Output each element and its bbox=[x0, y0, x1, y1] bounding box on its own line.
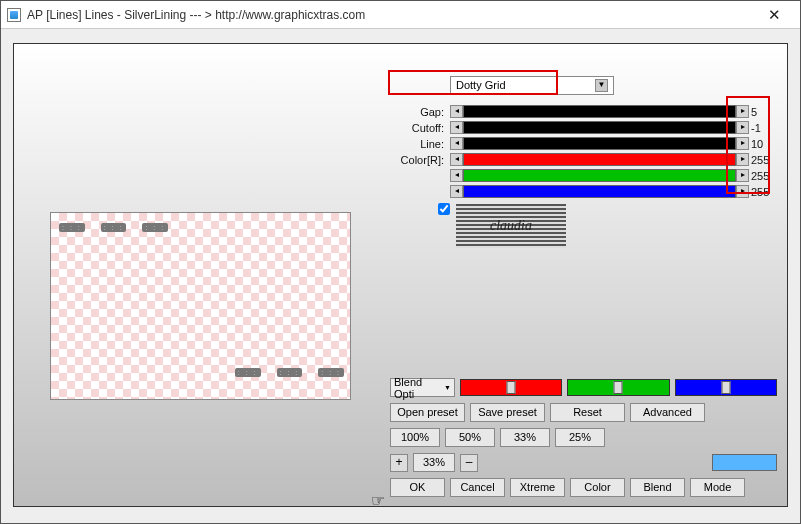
reset-button[interactable]: Reset bbox=[550, 403, 625, 422]
param-controls: Dotty Grid ▼ Gap: ◂ ▸ 5 Cutoff: ◂ ▸ -1 L… bbox=[390, 74, 777, 215]
color-b-inc[interactable]: ▸ bbox=[736, 185, 749, 198]
window-title: AP [Lines] Lines - SilverLining --- > ht… bbox=[27, 8, 754, 22]
color-r-label: Color[R]: bbox=[390, 154, 450, 166]
color-button[interactable]: Color bbox=[570, 478, 625, 497]
zoom-out-button[interactable]: – bbox=[460, 454, 478, 472]
color-r-inc[interactable]: ▸ bbox=[736, 153, 749, 166]
cutoff-dec[interactable]: ◂ bbox=[450, 121, 463, 134]
color-b-dec[interactable]: ◂ bbox=[450, 185, 463, 198]
color-g-inc[interactable]: ▸ bbox=[736, 169, 749, 182]
dialog-window: AP [Lines] Lines - SilverLining --- > ht… bbox=[0, 0, 801, 524]
line-bar[interactable] bbox=[463, 137, 736, 150]
blend-button[interactable]: Blend bbox=[630, 478, 685, 497]
main-panel: : : :: : :: : : : : :: : :: : : Dotty Gr… bbox=[13, 43, 788, 507]
claudia-logo: claudia bbox=[456, 204, 566, 248]
titlebar[interactable]: AP [Lines] Lines - SilverLining --- > ht… bbox=[1, 1, 800, 29]
line-inc[interactable]: ▸ bbox=[736, 137, 749, 150]
cutoff-inc[interactable]: ▸ bbox=[736, 121, 749, 134]
color-g-value: 255 bbox=[749, 170, 777, 182]
chevron-down-icon: ▼ bbox=[595, 79, 608, 92]
zoom-25-button[interactable]: 25% bbox=[555, 428, 605, 447]
line-dec[interactable]: ◂ bbox=[450, 137, 463, 150]
close-icon[interactable]: ✕ bbox=[754, 6, 794, 24]
gap-dec[interactable]: ◂ bbox=[450, 105, 463, 118]
color-swatch[interactable] bbox=[712, 454, 777, 471]
pointer-hand-icon: ☞ bbox=[371, 491, 385, 510]
cutoff-bar[interactable] bbox=[463, 121, 736, 134]
open-preset-button[interactable]: Open preset bbox=[390, 403, 465, 422]
color-g-bar[interactable] bbox=[463, 169, 736, 182]
cutoff-value: -1 bbox=[749, 122, 777, 134]
cutoff-label: Cutoff: bbox=[390, 122, 450, 134]
ok-button[interactable]: OK bbox=[390, 478, 445, 497]
gap-value: 5 bbox=[749, 106, 777, 118]
preview-area: : : :: : :: : : : : :: : :: : : bbox=[50, 212, 351, 400]
preset-select[interactable]: Dotty Grid ▼ bbox=[450, 76, 614, 95]
color-r-value: 255 bbox=[749, 154, 777, 166]
blend-option-select[interactable]: Blend Opti▼ bbox=[390, 378, 455, 397]
xtreme-button[interactable]: Xtreme bbox=[510, 478, 565, 497]
line-label: Line: bbox=[390, 138, 450, 150]
save-preset-button[interactable]: Save preset bbox=[470, 403, 545, 422]
advanced-button[interactable]: Advanced bbox=[630, 403, 705, 422]
mode-button[interactable]: Mode bbox=[690, 478, 745, 497]
cancel-button[interactable]: Cancel bbox=[450, 478, 505, 497]
create-lines-checkbox[interactable] bbox=[438, 203, 450, 215]
zoom-value[interactable]: 33% bbox=[413, 453, 455, 472]
zoom-33-button[interactable]: 33% bbox=[500, 428, 550, 447]
color-g-dec[interactable]: ◂ bbox=[450, 169, 463, 182]
color-r-dec[interactable]: ◂ bbox=[450, 153, 463, 166]
preset-selected: Dotty Grid bbox=[456, 79, 506, 91]
blend-slider-r[interactable] bbox=[460, 379, 562, 396]
zoom-50-button[interactable]: 50% bbox=[445, 428, 495, 447]
color-r-bar[interactable] bbox=[463, 153, 736, 166]
color-b-bar[interactable] bbox=[463, 185, 736, 198]
blend-slider-g[interactable] bbox=[567, 379, 669, 396]
bottom-panel: Blend Opti▼ Open preset Save preset Rese… bbox=[390, 378, 777, 503]
color-b-value: 255 bbox=[749, 186, 777, 198]
gap-bar[interactable] bbox=[463, 105, 736, 118]
zoom-100-button[interactable]: 100% bbox=[390, 428, 440, 447]
gap-inc[interactable]: ▸ bbox=[736, 105, 749, 118]
line-value: 10 bbox=[749, 138, 777, 150]
gap-label: Gap: bbox=[390, 106, 450, 118]
preview-dots-top: : : :: : :: : : bbox=[59, 223, 168, 232]
app-icon bbox=[7, 8, 21, 22]
preview-dots-bottom: : : :: : :: : : bbox=[235, 368, 344, 377]
blend-slider-b[interactable] bbox=[675, 379, 777, 396]
zoom-in-button[interactable]: + bbox=[390, 454, 408, 472]
